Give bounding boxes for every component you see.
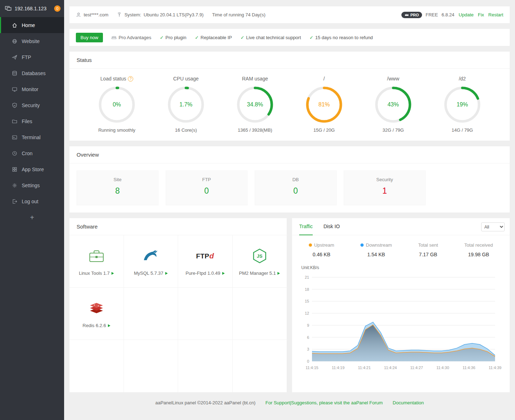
sidebar-item-label: App Store: [22, 167, 44, 172]
system-icon: [117, 12, 122, 17]
monitor-icon: [12, 86, 17, 92]
software-app-pm2[interactable]: JS PM2 Manager 5.1: [233, 235, 287, 288]
feature-refund: ✓15 days no reason to refund: [309, 35, 373, 40]
traffic-chart-area: 03691215182111:4:1511:4:1911:4:2111:4:24…: [292, 271, 510, 377]
play-icon[interactable]: [277, 272, 280, 275]
overview-box-ftp[interactable]: FTP 0: [166, 170, 248, 205]
pro-advantages[interactable]: Pro Advantages: [111, 35, 151, 40]
account-domain[interactable]: test****.com: [76, 12, 108, 17]
gauge-ring: 1.7%: [167, 86, 204, 123]
crown-icon: [111, 36, 116, 40]
software-empty-cell: [233, 288, 287, 340]
help-icon[interactable]: ?: [128, 76, 133, 82]
sidebar-item-files[interactable]: Files: [0, 113, 64, 129]
gauge-label-text: /www: [387, 76, 399, 82]
overview-box-site[interactable]: Site 8: [77, 170, 158, 205]
sidebar-item-label: Terminal: [22, 135, 41, 140]
gauge-sublabel: Running smoothly: [98, 127, 135, 133]
software-grid: Linux Tools 1.7 MySQL 5.7.37 FTPd Pure-F…: [69, 235, 287, 392]
update-link[interactable]: Update: [459, 12, 474, 17]
play-icon[interactable]: [108, 324, 110, 327]
software-empty-cell: [124, 340, 178, 392]
check-icon: ✓: [309, 35, 313, 40]
pro-badge[interactable]: PRO: [401, 12, 422, 18]
gauge-sublabel: 32G / 79G: [375, 127, 412, 133]
pro-badge-label: PRO: [410, 13, 419, 17]
feature-label: 15 days no reason to refund: [315, 35, 373, 40]
svg-text:11:4:21: 11:4:21: [358, 366, 371, 370]
gauge-cpu-usage: CPU usage 1.7% 16 Core(s): [167, 74, 204, 133]
software-app-redis[interactable]: Redis 6.2.6: [69, 288, 124, 340]
legend-downstream: Downstream 1.54 KB: [360, 242, 392, 257]
traffic-chart: 03691215182111:4:1511:4:1911:4:2111:4:24…: [297, 272, 503, 373]
legend-label: Total received: [464, 242, 493, 248]
redis-stack-icon: [89, 299, 104, 317]
sidebar-item-logout[interactable]: Log out: [0, 193, 64, 209]
traffic-filter-select[interactable]: All: [481, 222, 505, 231]
sidebar-item-cron[interactable]: Cron: [0, 145, 64, 161]
sidebar-item-label: Security: [22, 103, 40, 108]
software-empty-cell: [178, 340, 233, 392]
fix-link[interactable]: Fix: [478, 12, 484, 17]
sidebar-item-databases[interactable]: Databases: [0, 65, 64, 81]
sidebar-item-terminal[interactable]: Terminal: [0, 129, 64, 145]
software-app-name: Redis 6.2.6: [83, 323, 110, 328]
sidebar-add-button[interactable]: +: [0, 209, 64, 226]
gauge-label: Load status?: [98, 76, 135, 82]
tab-traffic[interactable]: Traffic: [299, 218, 313, 235]
restart-link[interactable]: Restart: [488, 12, 503, 17]
feature-label: Pro plugin: [166, 35, 187, 40]
software-app-mysql[interactable]: MySQL 5.7.37: [124, 235, 178, 288]
sidebar-item-ftp[interactable]: FTP: [0, 49, 64, 65]
forum-link[interactable]: For Support|Suggestions, please visit th…: [265, 400, 383, 405]
play-icon[interactable]: [222, 272, 225, 275]
page-footer: aaPanelLinux panel ©2014-2022 aaPanel (b…: [69, 392, 510, 413]
user-icon: [76, 12, 81, 17]
gauge-label: /www: [375, 76, 412, 82]
message-count-badge[interactable]: 0: [54, 5, 61, 12]
sidebar-item-settings[interactable]: Settings: [0, 177, 64, 193]
tab-disk-io[interactable]: Disk IO: [323, 218, 340, 235]
overview-title: Overview: [69, 146, 510, 163]
feature-pro-plugin: ✓Pro plugin: [160, 35, 186, 40]
play-icon[interactable]: [111, 272, 114, 275]
software-app-name: Pure-Ftpd 1.0.49: [186, 271, 225, 276]
svg-text:18: 18: [305, 287, 309, 292]
svg-text:11:4:36: 11:4:36: [463, 366, 475, 370]
server-ip-header[interactable]: 192.168.1.123 0: [0, 0, 64, 17]
sidebar-item-website[interactable]: Website: [0, 33, 64, 49]
gauge-sublabel: 14G / 79G: [444, 127, 481, 133]
system-label: System:: [124, 12, 141, 17]
chart-unit-label: Unit:KB/s: [292, 259, 510, 271]
overview-box-db[interactable]: DB 0: [255, 170, 337, 205]
sidebar-item-security[interactable]: Security: [0, 97, 64, 113]
gauge-label-text: CPU usage: [173, 76, 199, 82]
crown-icon: [405, 13, 409, 16]
documentation-link[interactable]: Documentation: [393, 400, 424, 405]
gauge-label-text: /d2: [459, 76, 465, 82]
status-card: Status Load status? 0% Running smoothly …: [69, 52, 510, 141]
folder-icon: [12, 119, 17, 124]
sidebar-item-label: Files: [22, 119, 32, 124]
legend-total-received: Total received 19.98 GB: [464, 242, 493, 257]
legend-value: 7.17 GB: [418, 252, 438, 257]
feature-live-chat: ✓Live chat technical support: [240, 35, 301, 40]
gauge-sublabel: 1365 / 3928(MB): [236, 127, 274, 133]
play-icon[interactable]: [165, 272, 168, 275]
sidebar-item-app-store[interactable]: App Store: [0, 161, 64, 177]
traffic-legend: Upstream 0.46 KB Downstream 1.54 KB Tota…: [292, 235, 510, 259]
sidebar-item-home[interactable]: Home: [0, 17, 64, 33]
svg-text:15: 15: [305, 299, 309, 303]
software-app-linux-tools[interactable]: Linux Tools 1.7: [69, 235, 124, 288]
sidebar-item-monitor[interactable]: Monitor: [0, 81, 64, 97]
buy-now-button[interactable]: Buy now: [76, 33, 103, 42]
legend-total-sent: Total sent 7.17 GB: [418, 242, 438, 257]
software-empty-cell: [69, 340, 124, 392]
software-app-pure-ftpd[interactable]: FTPd Pure-Ftpd 1.0.49: [178, 235, 233, 288]
pro-advantages-label: Pro Advantages: [119, 35, 151, 40]
gauge-sublabel: 15G / 20G: [306, 127, 343, 133]
status-gauges: Load status? 0% Running smoothly CPU usa…: [69, 69, 510, 141]
svg-text:12: 12: [305, 311, 309, 315]
overview-box-security[interactable]: Security 1: [344, 170, 426, 205]
svg-text:6: 6: [307, 335, 309, 340]
